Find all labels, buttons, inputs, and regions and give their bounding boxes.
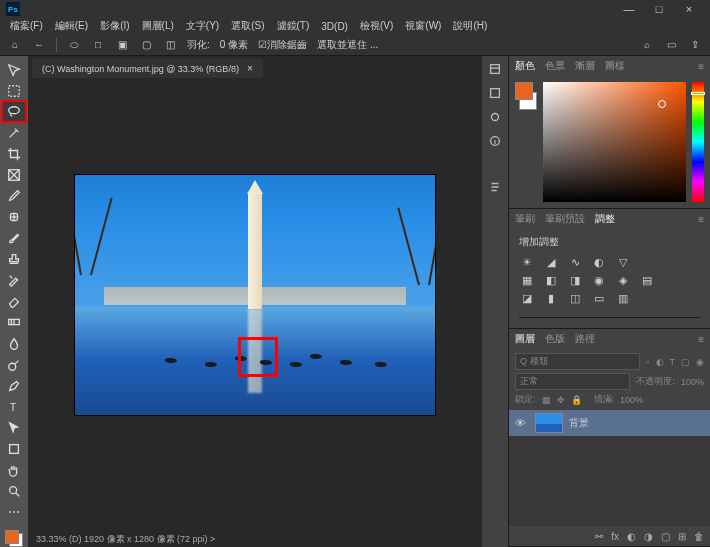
- crop-tool[interactable]: [3, 144, 25, 163]
- tab-swatches[interactable]: 色票: [545, 59, 565, 73]
- blur-tool[interactable]: [3, 334, 25, 353]
- info-panel-icon[interactable]: [486, 132, 504, 150]
- eyedropper-tool[interactable]: [3, 186, 25, 205]
- eraser-tool[interactable]: [3, 292, 25, 311]
- panel-menu-icon[interactable]: ≡: [698, 214, 704, 225]
- sel-new-icon[interactable]: □: [91, 38, 105, 52]
- menu-filter[interactable]: 濾鏡(T): [277, 19, 310, 33]
- filter-shape-icon[interactable]: ▢: [681, 357, 690, 367]
- layer-thumbnail[interactable]: [535, 413, 563, 433]
- posterize-icon[interactable]: ▮: [543, 291, 559, 305]
- bw-icon[interactable]: ◨: [567, 273, 583, 287]
- move-tool[interactable]: [3, 60, 25, 79]
- lock-pixels-icon[interactable]: ▦: [542, 395, 551, 405]
- panel-menu-icon[interactable]: ≡: [698, 61, 704, 72]
- tab-color[interactable]: 顏色: [515, 59, 535, 73]
- frame-tool[interactable]: [3, 165, 25, 184]
- marquee-tool[interactable]: [3, 81, 25, 100]
- back-icon[interactable]: ←: [32, 38, 46, 52]
- fill-value[interactable]: 100%: [620, 395, 643, 405]
- panel-menu-icon[interactable]: ≡: [698, 334, 704, 345]
- dodge-tool[interactable]: [3, 355, 25, 374]
- delete-layer-icon[interactable]: 🗑: [694, 531, 704, 542]
- curves-icon[interactable]: ∿: [567, 255, 583, 269]
- menu-type[interactable]: 文字(Y): [186, 19, 219, 33]
- gradient-map-icon[interactable]: ▭: [591, 291, 607, 305]
- filter-pixel-icon[interactable]: ▫: [646, 357, 649, 367]
- menu-help[interactable]: 說明(H): [453, 19, 487, 33]
- tab-paths[interactable]: 路徑: [575, 332, 595, 346]
- character-panel-icon[interactable]: [486, 178, 504, 196]
- sel-intersect-icon[interactable]: ◫: [163, 38, 177, 52]
- levels-icon[interactable]: ◢: [543, 255, 559, 269]
- tab-close[interactable]: ×: [247, 63, 253, 74]
- link-layers-icon[interactable]: ⚯: [595, 531, 603, 542]
- threshold-icon[interactable]: ◫: [567, 291, 583, 305]
- menu-file[interactable]: 檔案(F): [10, 19, 43, 33]
- filter-type-icon[interactable]: T: [670, 357, 676, 367]
- sel-add-icon[interactable]: ▣: [115, 38, 129, 52]
- adjustment-layer-icon[interactable]: ◑: [644, 531, 653, 542]
- lookup-icon[interactable]: ▤: [639, 273, 655, 287]
- layer-style-icon[interactable]: fx: [611, 531, 619, 542]
- selective-color-icon[interactable]: ▥: [615, 291, 631, 305]
- workspace-icon[interactable]: ▭: [664, 38, 678, 52]
- filter-adjust-icon[interactable]: ◐: [656, 357, 664, 367]
- fg-color-swatch[interactable]: [5, 530, 19, 544]
- channel-mixer-icon[interactable]: ◈: [615, 273, 631, 287]
- filter-smart-icon[interactable]: ◉: [696, 357, 704, 367]
- color-swatch[interactable]: [5, 530, 23, 547]
- select-and-mask[interactable]: 選取並遮住 ...: [317, 38, 378, 52]
- exposure-icon[interactable]: ◐: [591, 255, 607, 269]
- pen-tool[interactable]: [3, 376, 25, 395]
- color-balance-icon[interactable]: ◧: [543, 273, 559, 287]
- hue-icon[interactable]: ▦: [519, 273, 535, 287]
- edit-toolbar[interactable]: ⋯: [3, 503, 25, 522]
- magic-wand-tool[interactable]: [3, 123, 25, 142]
- menu-image[interactable]: 影像(I): [100, 19, 129, 33]
- lock-all-icon[interactable]: 🔒: [571, 395, 582, 405]
- sel-sub-icon[interactable]: ▢: [139, 38, 153, 52]
- type-tool[interactable]: T: [3, 397, 25, 416]
- home-icon[interactable]: ⌂: [8, 38, 22, 52]
- healing-tool[interactable]: [3, 208, 25, 227]
- fg-color[interactable]: [515, 82, 533, 100]
- color-picker[interactable]: [543, 82, 686, 202]
- layer-mask-icon[interactable]: ◐: [627, 531, 636, 542]
- tab-gradients[interactable]: 漸層: [575, 59, 595, 73]
- tab-brush-presets[interactable]: 筆刷預設: [545, 212, 585, 226]
- tab-brushes[interactable]: 筆刷: [515, 212, 535, 226]
- group-icon[interactable]: ▢: [661, 531, 670, 542]
- tab-layers[interactable]: 圖層: [515, 332, 535, 346]
- menu-layer[interactable]: 圖層(L): [142, 19, 174, 33]
- brush-tool[interactable]: [3, 229, 25, 248]
- search-icon[interactable]: ⌕: [640, 38, 654, 52]
- libraries-panel-icon[interactable]: [486, 108, 504, 126]
- share-icon[interactable]: ⇪: [688, 38, 702, 52]
- shape-tool[interactable]: [3, 439, 25, 458]
- feather-value[interactable]: 0 像素: [220, 38, 248, 52]
- brightness-icon[interactable]: ☀: [519, 255, 535, 269]
- document-tab[interactable]: (C) Washington Monument.jpg @ 33.3% (RGB…: [32, 59, 263, 78]
- tab-channels[interactable]: 色版: [545, 332, 565, 346]
- menu-select[interactable]: 選取(S): [231, 19, 264, 33]
- antialias-checkbox[interactable]: ☑消除鋸齒: [258, 38, 307, 52]
- menu-3d[interactable]: 3D(D): [321, 21, 348, 32]
- history-panel-icon[interactable]: [486, 60, 504, 78]
- hand-tool[interactable]: [3, 460, 25, 479]
- canvas[interactable]: [28, 78, 482, 531]
- new-layer-icon[interactable]: ⊞: [678, 531, 686, 542]
- opacity-value[interactable]: 100%: [681, 377, 704, 387]
- stamp-tool[interactable]: [3, 250, 25, 269]
- lasso-tool[interactable]: [3, 102, 25, 121]
- menu-window[interactable]: 視窗(W): [405, 19, 441, 33]
- visibility-toggle-icon[interactable]: 👁: [515, 417, 529, 429]
- window-close[interactable]: ×: [674, 3, 704, 15]
- blend-mode-dropdown[interactable]: 正常: [515, 373, 630, 390]
- layer-filter-kind[interactable]: Q 種類: [515, 353, 640, 370]
- photo-filter-icon[interactable]: ◉: [591, 273, 607, 287]
- properties-panel-icon[interactable]: [486, 84, 504, 102]
- lock-position-icon[interactable]: ✥: [557, 395, 565, 405]
- invert-icon[interactable]: ◪: [519, 291, 535, 305]
- window-maximize[interactable]: □: [644, 3, 674, 15]
